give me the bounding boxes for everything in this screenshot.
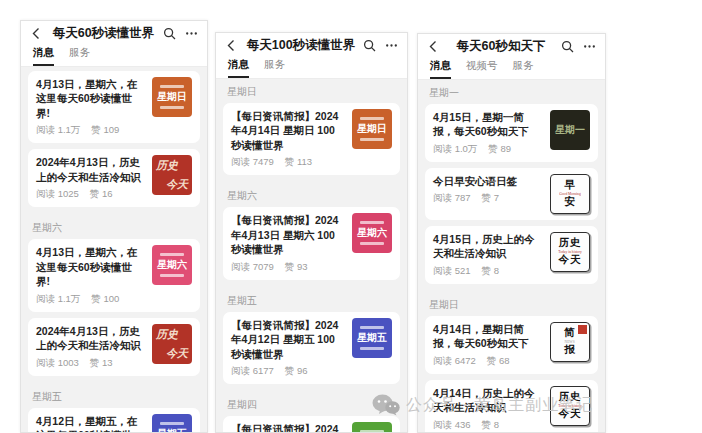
read-count: 阅读 6177: [231, 365, 274, 378]
article-item[interactable]: 2024年4月13日，历史上的今天和生活冷知识阅读 1025赞 16历史今天: [28, 149, 200, 207]
more-icon[interactable]: [583, 40, 596, 53]
article-meta: 阅读 1025赞 16: [36, 188, 144, 201]
thumbnail-label: 星期日: [357, 122, 387, 136]
read-count: 阅读 436: [433, 419, 471, 432]
read-count: 阅读 1.0万: [433, 143, 477, 156]
back-icon[interactable]: [225, 39, 239, 52]
article-item[interactable]: 【每日资讯简报】2024年4月13日 星期六 100秒读懂世界阅读 7079赞 …: [223, 207, 400, 279]
tab-other[interactable]: 服务: [264, 58, 285, 78]
article-item[interactable]: 【每日资讯简报】2024年4月14日 星期日 100秒读懂世界阅读 7479赞 …: [223, 103, 400, 175]
thumbnail-subtext: NEWS: [565, 340, 575, 345]
tab-messages[interactable]: 消息: [228, 58, 249, 78]
tab-bar: 消息视频号服务: [418, 58, 605, 80]
article-meta: 阅读 1.1万赞 109: [36, 124, 144, 137]
message-list: 4月13日，星期六，在这里每天60秒读懂世界!阅读 1.1万赞 109星期日20…: [21, 67, 207, 433]
read-count: 阅读 1.1万: [36, 124, 80, 137]
thumbnail-label: 早: [564, 179, 576, 191]
article-meta: 阅读 1.1万赞 100: [36, 293, 144, 306]
date-group-label: 星期六: [223, 181, 400, 207]
tab-other[interactable]: 服务: [69, 46, 90, 66]
tab-messages[interactable]: 消息: [430, 59, 451, 79]
article-title: 【每日资讯简报】2024年4月11日 星期四 100秒读懂世界: [231, 422, 344, 433]
thumbnail-label: 今天: [559, 254, 582, 266]
article-item[interactable]: 4月12日，星期五，在这里每天60秒读懂世界!阅读 1.3万赞 120星期五: [28, 408, 200, 433]
account-panel: 每天60秒知天下消息视频号服务星期一4月15日，星期一简报，每天60秒知天下阅读…: [417, 33, 606, 433]
article-title: 4月12日，星期五，在这里每天60秒读懂世界!: [36, 414, 144, 433]
tab-messages[interactable]: 消息: [33, 46, 54, 66]
article-item[interactable]: 【每日资讯简报】2024年4月12日 星期五 100秒读懂世界阅读 6177赞 …: [223, 312, 400, 384]
message-list: 星期日【每日资讯简报】2024年4月14日 星期日 100秒读懂世界阅读 747…: [216, 79, 407, 433]
thumbnail-subtext: Today in history: [558, 404, 582, 409]
more-icon[interactable]: [185, 27, 198, 40]
thumb-decor-line: [160, 274, 184, 277]
article-item[interactable]: 4月15日，星期一简报，每天60秒知天下阅读 1.0万赞 89星期一: [425, 104, 598, 162]
thumbnail-label: 安: [564, 196, 576, 208]
read-count: 阅读 7479: [231, 156, 274, 169]
thumbnail-label: 历史: [156, 327, 178, 342]
article-thumbnail: 星期四: [352, 422, 392, 433]
article-item[interactable]: 4月14日，星期日简报，每天60秒知天下阅读 6472赞 68简NEWS报: [425, 316, 598, 374]
account-title: 每天60秒读懂世界: [44, 25, 163, 42]
article-thumbnail: 早Good Morning安: [550, 174, 590, 214]
article-thumbnail: 星期六: [352, 213, 392, 253]
read-count: 阅读 1.1万: [36, 293, 80, 306]
read-count: 阅读 1025: [36, 188, 79, 201]
date-group-label: 星期日: [223, 83, 400, 103]
article-thumbnail: 星期一: [550, 110, 590, 150]
read-count: 阅读 521: [433, 265, 471, 278]
message-list: 星期一4月15日，星期一简报，每天60秒知天下阅读 1.0万赞 89星期一今日早…: [418, 80, 605, 433]
read-count: 阅读 1003: [36, 357, 79, 370]
search-icon[interactable]: [363, 39, 376, 52]
article-thumbnail: 历史今天: [152, 155, 192, 195]
back-icon[interactable]: [427, 40, 441, 53]
thumb-decor-line: [160, 85, 184, 88]
search-icon[interactable]: [163, 27, 176, 40]
account-title: 每天100秒读懂世界: [239, 37, 363, 54]
read-count: 阅读 7079: [231, 261, 274, 274]
account-title: 每天60秒知天下: [441, 38, 561, 55]
article-meta: 阅读 1.0万赞 89: [433, 143, 542, 156]
search-icon[interactable]: [561, 40, 574, 53]
article-item[interactable]: 4月14日，历史上的今天和生活冷知识阅读 436赞 8历史Today in hi…: [425, 380, 598, 433]
back-icon[interactable]: [30, 27, 44, 40]
like-count: 赞 8: [482, 265, 499, 278]
article-item[interactable]: 4月13日，星期六，在这里每天60秒读懂世界!阅读 1.1万赞 100星期六: [28, 239, 200, 311]
article-thumbnail: 历史Today in history今天: [550, 232, 590, 272]
tab-other[interactable]: 视频号: [466, 59, 498, 79]
like-count: 赞 7: [482, 192, 499, 205]
more-icon[interactable]: [385, 39, 398, 52]
panel-header: 每天60秒读懂世界: [21, 21, 207, 45]
tab-other[interactable]: 服务: [513, 59, 534, 79]
article-title: 4月14日，历史上的今天和生活冷知识: [433, 386, 542, 415]
article-title: 【每日资讯简报】2024年4月12日 星期五 100秒读懂世界: [231, 318, 344, 361]
article-item[interactable]: 【每日资讯简报】2024年4月11日 星期四 100秒读懂世界阅读 8664赞 …: [223, 416, 400, 433]
like-count: 赞 68: [487, 355, 510, 368]
like-count: 赞 109: [91, 124, 119, 137]
tab-bar: 消息服务: [21, 45, 207, 67]
thumbnail-label: 报: [564, 344, 576, 356]
article-item[interactable]: 2024年4月13日，历史上的今天和生活冷知识阅读 1003赞 13历史今天: [28, 318, 200, 376]
article-meta: 阅读 7479赞 113: [231, 156, 344, 169]
article-thumbnail: 星期日: [352, 109, 392, 149]
like-count: 赞 100: [91, 293, 119, 306]
thumbnail-label: 星期六: [157, 258, 187, 272]
thumb-decor-line: [160, 253, 184, 256]
thumbnail-label: 星期日: [157, 90, 187, 104]
article-title: 4月14日，星期日简报，每天60秒知天下: [433, 322, 542, 351]
article-item[interactable]: 4月13日，星期六，在这里每天60秒读懂世界!阅读 1.1万赞 109星期日: [28, 71, 200, 143]
read-count: 阅读 6472: [433, 355, 476, 368]
date-group-label: 星期六: [28, 213, 200, 239]
red-corner-badge: [578, 325, 587, 334]
thumbnail-label: 星期一: [555, 123, 585, 137]
article-meta: 阅读 6177赞 96: [231, 365, 344, 378]
thumb-decor-line: [160, 106, 184, 109]
thumbnail-label: 历史: [559, 237, 582, 249]
article-thumbnail: 历史Today in history今天: [550, 386, 590, 426]
article-item[interactable]: 4月15日，历史上的今天和生活冷知识阅读 521赞 8历史Today in hi…: [425, 226, 598, 284]
article-meta: 阅读 521赞 8: [433, 265, 542, 278]
article-meta: 阅读 787赞 7: [433, 192, 542, 205]
article-item[interactable]: 今日早安心语日签阅读 787赞 7早Good Morning安: [425, 168, 598, 220]
read-count: 阅读 787: [433, 192, 471, 205]
article-meta: 阅读 436赞 8: [433, 419, 542, 432]
article-thumbnail: 星期五: [152, 414, 192, 433]
